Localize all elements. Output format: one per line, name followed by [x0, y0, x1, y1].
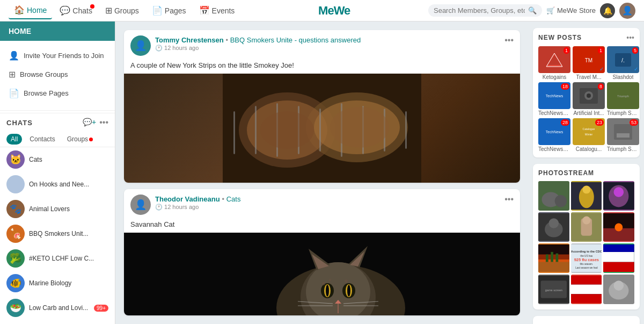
post-more-button[interactable]: ••• — [504, 35, 514, 45]
nav-events-label: Events — [212, 6, 235, 15]
list-item[interactable]: 23 CatalogueWinter Catalogu... — [573, 118, 605, 152]
nav-home-label: Home — [27, 6, 47, 15]
list-item[interactable]: 28 TechNews TechNewsG... — [538, 118, 570, 152]
new-post-label: Catalogu... — [576, 146, 602, 152]
new-post-label: TechNewsG... — [538, 146, 570, 152]
post-author[interactable]: Tommy Chrestensen — [155, 36, 224, 44]
footer-card: Privacy Terms Help Center Feedback FAQ P… — [533, 316, 640, 324]
notification-bell[interactable]: 🔔 — [600, 3, 615, 18]
new-post-label: Triumph Spi... — [607, 146, 639, 152]
svg-rect-92 — [603, 244, 634, 252]
photo-thumb[interactable]: According to the CDCthe US has925 flu ca… — [571, 243, 602, 273]
footer-links: Privacy Terms Help Center Feedback FAQ P… — [538, 321, 634, 324]
chat-avatar: 🍖 — [6, 225, 25, 243]
svg-point-70 — [549, 218, 559, 228]
list-item[interactable]: 53 Triumph Spi... — [607, 118, 639, 152]
post-group[interactable]: Cats — [226, 195, 241, 203]
sidebar-home-header: HOME — [0, 21, 115, 41]
nav-home[interactable]: 🏠 Home — [9, 2, 52, 19]
post-author-avatar: 👤 — [130, 195, 151, 215]
badge: 53 — [630, 119, 638, 126]
photo-thumb[interactable] — [571, 181, 602, 211]
sidebar-browse-groups[interactable]: ⊞ Browse Groups — [0, 65, 115, 84]
post-time: 🕐 12 hours ago — [155, 45, 500, 52]
list-item[interactable]: 🐾 Animal Lovers — [0, 197, 115, 221]
post-card: 👤 Tommy Chrestensen • BBQ Smokers Unite … — [124, 30, 520, 183]
list-item[interactable]: On Hooks and Nee... — [0, 172, 115, 197]
post-author[interactable]: Theodor Vadineanu — [155, 195, 220, 203]
sidebar-links: 👤 Invite Your Friends to Join ⊞ Browse G… — [0, 41, 115, 108]
svg-point-102 — [614, 280, 624, 291]
list-item[interactable]: 5 ✓ /. Slashdot — [607, 46, 639, 80]
list-item[interactable]: 🍖 BBQ Smokers Unit... — [0, 221, 115, 246]
photo-thumb[interactable] — [538, 181, 569, 211]
photo-thumb[interactable] — [538, 243, 569, 273]
chat-name: Animal Lovers — [29, 205, 70, 213]
svg-text:Winter: Winter — [585, 133, 593, 136]
user-avatar[interactable]: 👤 — [619, 3, 635, 19]
photostream-header: PHOTOSTREAM — [538, 169, 634, 177]
nav-events[interactable]: 📅 Events — [194, 2, 240, 19]
cart-icon: 🛒 — [546, 6, 555, 15]
svg-rect-54 — [580, 124, 598, 140]
post-more-button[interactable]: ••• — [504, 195, 514, 204]
photo-thumb[interactable] — [603, 243, 634, 273]
list-item[interactable]: 1 ✓ TM Travel M... — [573, 46, 605, 80]
photostream-grid: According to the CDCthe US has925 flu ca… — [538, 181, 634, 304]
layout: HOME 👤 Invite Your Friends to Join ⊞ Bro… — [0, 21, 644, 324]
chat-name: Cats — [29, 156, 42, 163]
chats-title: CHATS — [6, 119, 83, 127]
photo-thumb[interactable] — [603, 275, 634, 304]
photo-thumb[interactable] — [538, 212, 569, 242]
svg-rect-79 — [538, 255, 569, 262]
chat-name: BBQ Smokers Unit... — [29, 230, 89, 237]
post-text: Savannah Cat — [124, 218, 520, 233]
search-input[interactable] — [434, 6, 525, 15]
svg-point-14 — [260, 111, 314, 149]
photo-thumb[interactable] — [571, 212, 602, 242]
new-chat-button[interactable]: 💬+ New Chat — [0, 320, 115, 324]
post-group[interactable]: BBQ Smokers Unite - questions answered — [230, 36, 361, 44]
nav-left: 🏠 Home 💬 Chats ⊞ Groups 📄 Pages 📅 Events — [9, 2, 240, 19]
chats-more-icon[interactable]: ••• — [99, 118, 108, 127]
right-panel: NEW POSTS ••• 1 Ketogains 1 ✓ TM — [529, 21, 644, 324]
list-item[interactable]: Triumph Triumph Spi... — [607, 82, 639, 116]
photo-thumb[interactable] — [603, 181, 634, 211]
svg-point-28 — [326, 285, 329, 297]
new-chat-icon[interactable]: 💬+ — [83, 118, 96, 127]
sidebar-invite[interactable]: 👤 Invite Your Friends to Join — [0, 46, 115, 65]
chat-tab-contacts[interactable]: Contacts — [25, 134, 59, 145]
photo-thumb[interactable] — [603, 212, 634, 242]
chat-list: 🐱 Cats On Hooks and Nee... 🐾 Animal Love… — [0, 147, 115, 320]
svg-text:Catalogue: Catalogue — [583, 127, 595, 131]
photo-thumb[interactable] — [571, 275, 602, 304]
store-button[interactable]: 🛒 MeWe Store — [546, 6, 596, 15]
post-image — [124, 74, 520, 183]
svg-rect-5 — [233, 111, 235, 154]
chat-avatar: 🐠 — [6, 274, 25, 292]
sidebar-browse-pages[interactable]: 📄 Browse Pages — [0, 84, 115, 103]
list-item[interactable]: 8 Artificial Int... — [573, 82, 605, 116]
new-posts-title: NEW POSTS — [538, 34, 582, 41]
chat-tab-groups[interactable]: Groups — [63, 134, 97, 145]
svg-rect-97 — [571, 276, 602, 285]
svg-point-64 — [582, 185, 590, 193]
list-item[interactable]: 🥗 Low Carb and Lovi... 99+ — [0, 296, 115, 320]
list-item[interactable]: 🐠 Marine Biology — [0, 271, 115, 296]
grid-icon: ⊞ — [9, 69, 16, 80]
list-item[interactable]: 🐱 Cats — [0, 147, 115, 172]
svg-text:925 flu cases: 925 flu cases — [574, 257, 598, 262]
sidebar-home-title: HOME — [9, 27, 31, 35]
nav-pages[interactable]: 📄 Pages — [147, 2, 192, 19]
svg-point-38 — [345, 279, 348, 283]
chat-tab-all[interactable]: All — [6, 134, 22, 145]
list-item[interactable]: 🥦 #KETO LCHF Low C... — [0, 246, 115, 271]
search-bar[interactable]: 🔍 — [428, 4, 542, 17]
list-item[interactable]: 1 Ketogains — [538, 46, 570, 80]
nav-groups[interactable]: ⊞ Groups — [100, 2, 144, 19]
photo-thumb[interactable]: game screen — [538, 275, 569, 304]
list-item[interactable]: 18 TechNews TechNewsG... — [538, 82, 570, 116]
new-posts-more[interactable]: ••• — [626, 33, 634, 42]
nav-chats[interactable]: 💬 Chats — [54, 2, 98, 19]
new-post-label: Triumph Spi... — [607, 110, 639, 116]
